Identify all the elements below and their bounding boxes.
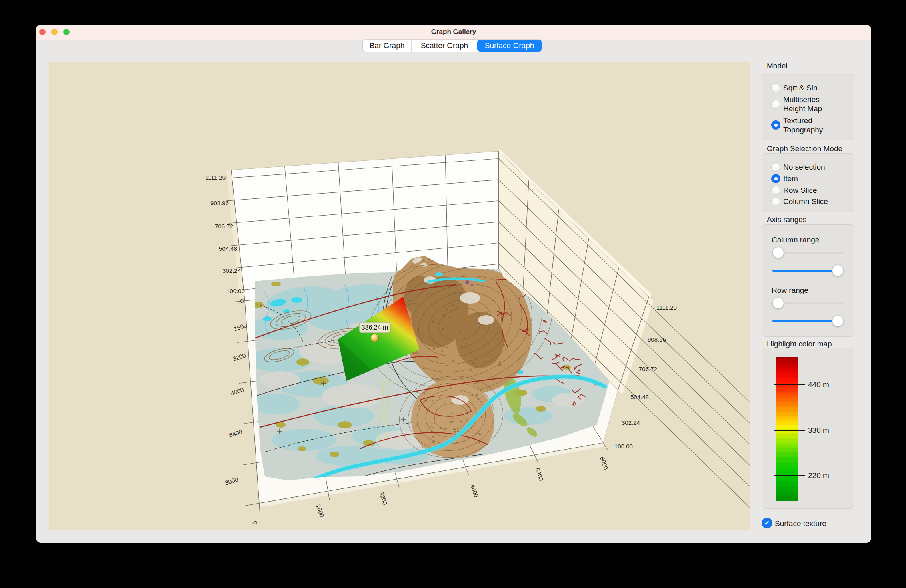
selected-item-ball[interactable]: [371, 334, 379, 342]
row-tick: 1600: [233, 322, 248, 332]
radio-column-slice[interactable]: [771, 197, 780, 206]
color-map-tick-220: [774, 475, 805, 476]
row-tick: 8000: [224, 476, 239, 486]
col-tick: 1600: [315, 503, 325, 518]
row-max-slider-thumb[interactable]: [832, 316, 843, 326]
surface-chart-canvas[interactable]: 336.24 m 1111.20 908.96 706.72 504.48 30…: [49, 62, 750, 530]
radio-textured-topography[interactable]: [771, 120, 780, 130]
row-tick: 3200: [232, 352, 246, 362]
color-map-gradient: [776, 357, 798, 501]
radio-item[interactable]: [771, 174, 780, 183]
urban-marker: [471, 284, 473, 286]
y-tick-right: 706.72: [639, 366, 657, 372]
radio-multiseries-label-line1[interactable]: Multiseries: [783, 95, 820, 104]
radio-textured-label-line2[interactable]: Topography: [783, 125, 823, 134]
color-map-tick-440-label: 440 m: [808, 380, 829, 389]
row-min-slider-thumb[interactable]: [773, 298, 784, 308]
color-map-group-label: Highlight color map: [767, 340, 832, 348]
row-range-label: Row range: [772, 286, 808, 295]
tab-bar-graph[interactable]: Bar Graph: [363, 40, 412, 52]
radio-multiseries-heightmap[interactable]: [771, 100, 780, 109]
desktop: Graph Gallery Bar Graph Scatter Graph Su…: [0, 0, 906, 588]
urban-marker: [465, 280, 469, 284]
y-tick-right: 908.96: [648, 336, 666, 343]
radio-row-slice-label[interactable]: Row Slice: [783, 186, 817, 195]
radio-sqrt-sin[interactable]: [771, 83, 780, 92]
tab-surface-graph[interactable]: Surface Graph: [477, 40, 542, 52]
surface-texture-checkbox[interactable]: ✓: [762, 518, 772, 528]
color-map-tick-330-label: 330 m: [808, 426, 829, 435]
graph-type-tabs: Bar Graph Scatter Graph Surface Graph: [363, 40, 542, 52]
selection-tooltip: 336.24 m: [359, 322, 390, 333]
row-tick: 4800: [230, 386, 244, 397]
col-tick: 3200: [378, 491, 388, 506]
y-tick-right: 1111.20: [656, 304, 677, 311]
column-range-label: Column range: [772, 235, 819, 244]
surface-3d-scene: 336.24 m 1111.20 908.96 706.72 504.48 30…: [49, 62, 750, 530]
col-tick: 4800: [469, 483, 480, 498]
col-tick: 6400: [534, 467, 544, 482]
radio-textured-label-line1[interactable]: Textured: [783, 116, 812, 125]
y-tick-left: 1111.20: [205, 174, 226, 181]
col-tick: 8000: [599, 456, 609, 470]
radio-no-selection[interactable]: [771, 162, 780, 172]
radio-column-slice-label[interactable]: Column Slice: [783, 197, 828, 206]
y-tick-left: 908.96: [210, 200, 229, 206]
surface-texture-checkbox-label[interactable]: Surface texture: [775, 519, 826, 528]
radio-item-label[interactable]: Item: [783, 174, 798, 183]
glacier-stream: [435, 272, 443, 276]
radio-row-slice[interactable]: [771, 186, 780, 195]
y-tick-right: 302.24: [622, 419, 640, 426]
column-max-slider-thumb[interactable]: [832, 265, 843, 276]
radio-sqrt-sin-label[interactable]: Sqrt & Sin: [783, 83, 818, 92]
y-tick-left: 302.24: [222, 267, 241, 274]
y-tick-left: 100.00: [226, 288, 245, 294]
row-tick: 6400: [228, 428, 243, 439]
radio-multiseries-label-line2[interactable]: Height Map: [783, 104, 822, 113]
y-tick-left: 504.48: [219, 245, 237, 252]
window-title: Graph Gallery: [36, 28, 871, 36]
selection-mode-group-label: Graph Selection Mode: [767, 144, 842, 153]
color-map-tick-440: [774, 384, 805, 385]
axis-ranges-group-label: Axis ranges: [767, 215, 806, 224]
y-tick-left: 706.72: [215, 223, 233, 230]
tooltip-value: 336.24 m: [362, 324, 388, 331]
radio-no-selection-label[interactable]: No selection: [783, 162, 825, 172]
color-map-tick-330: [774, 430, 805, 431]
y-tick-right: 504.48: [630, 394, 649, 400]
column-min-slider-thumb[interactable]: [773, 247, 784, 258]
y-tick-right: 100.00: [614, 443, 633, 450]
color-map-tick-220-label: 220 m: [808, 471, 829, 480]
model-group-label: Model: [767, 62, 788, 70]
tab-scatter-graph[interactable]: Scatter Graph: [412, 40, 477, 52]
col-tick: 0: [251, 520, 259, 525]
